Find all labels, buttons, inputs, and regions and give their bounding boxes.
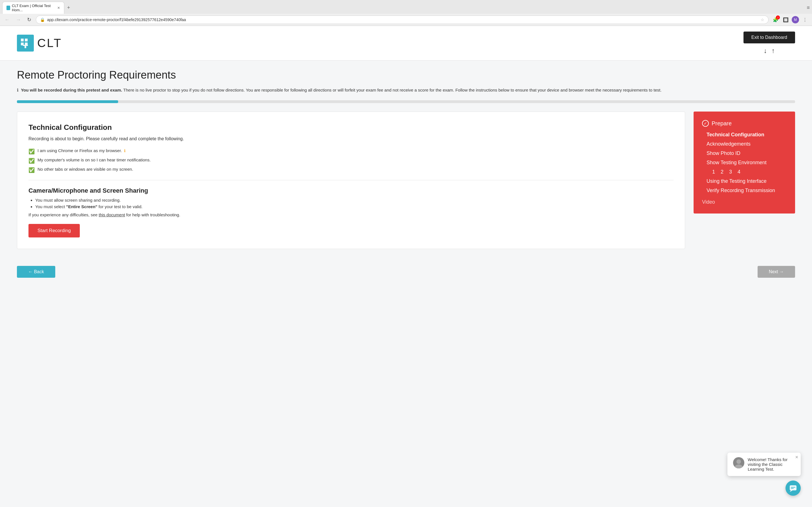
- progress-bar-fill: [17, 100, 118, 103]
- divider: [29, 180, 673, 180]
- camera-section-title: Camera/Microphone and Screen Sharing: [29, 187, 673, 194]
- svg-rect-11: [791, 488, 794, 489]
- extension-badge: 2: [776, 15, 780, 19]
- step-4[interactable]: 4: [738, 169, 741, 175]
- svg-rect-1: [25, 39, 28, 41]
- page-title: Remote Proctoring Requirements: [17, 69, 795, 81]
- bullet-item-2: You must select "Entire Screen" for your…: [35, 204, 673, 209]
- chat-bubble: Welcome! Thanks for visiting the Classic…: [727, 453, 801, 476]
- step-3[interactable]: 3: [729, 169, 732, 175]
- sidebar-sub-steps: 1 2 3 4: [707, 169, 786, 175]
- browser-bar: ← → ↻ 🔒 ☆ 🧩 2 🔲 M ⋮: [0, 14, 812, 25]
- prepare-label: Prepare: [712, 120, 732, 127]
- content-layout: Technical Configuration Recording is abo…: [17, 112, 795, 249]
- browser-chrome: CLT Exam | Official Test Hom... ✕ + ≡ ← …: [0, 0, 812, 26]
- video-area: Video: [702, 199, 786, 205]
- trouble-prefix: If you experience any difficulties, see: [29, 212, 99, 217]
- main-panel: Technical Configuration Recording is abo…: [17, 112, 685, 249]
- trouble-link[interactable]: this document: [99, 212, 125, 217]
- check-icon-1: ✅: [29, 149, 35, 155]
- sidebar-item-acknowledgements[interactable]: Acknowledgements: [707, 141, 786, 147]
- checklist-text-3: No other tabs or windows are visible on …: [38, 167, 133, 172]
- logo-area: CLT: [17, 35, 62, 52]
- new-tab-button[interactable]: +: [64, 3, 73, 12]
- scroll-down-button[interactable]: ↓: [763, 47, 767, 55]
- sidebar: ✓ Prepare Technical Configuration Acknow…: [694, 112, 795, 214]
- warning-regular-text: There is no live proctor to stop you if …: [123, 88, 661, 93]
- warning-box: ℹ You will be recorded during this prete…: [17, 87, 795, 94]
- lock-icon: 🔒: [40, 17, 45, 22]
- browser-tabs: CLT Exam | Official Test Hom... ✕ + ≡: [0, 0, 812, 14]
- svg-point-7: [735, 464, 743, 468]
- chat-welcome-text: Welcome! Thanks for visiting the Classic…: [748, 457, 795, 471]
- chat-close-button[interactable]: ✕: [795, 455, 799, 459]
- prepare-check-icon: ✓: [702, 120, 709, 127]
- svg-rect-10: [791, 487, 795, 488]
- bottom-nav: ← Back Next →: [0, 260, 812, 283]
- clt-logo-icon: [17, 35, 34, 52]
- back-button[interactable]: ←: [3, 16, 11, 24]
- sidebar-prepare: ✓ Prepare: [702, 120, 786, 127]
- bullet-list: You must allow screen sharing and record…: [29, 198, 673, 209]
- svg-rect-5: [24, 46, 26, 48]
- checklist-text-2: My computer's volume is on so I can hear…: [38, 158, 151, 162]
- warning-bold-text: You will be recorded during this pretest…: [21, 88, 122, 93]
- chat-widget: Welcome! Thanks for visiting the Classic…: [785, 481, 801, 496]
- section-subtitle: Recording is about to begin. Please care…: [29, 136, 673, 142]
- step-2[interactable]: 2: [721, 169, 723, 175]
- bullet-item-1: You must allow screen sharing and record…: [35, 198, 673, 203]
- address-bar: 🔒 ☆: [36, 15, 769, 24]
- sidebar-item-verify-recording[interactable]: Verify Recording Transmission: [707, 187, 786, 193]
- svg-rect-8: [790, 485, 797, 490]
- next-nav-button[interactable]: Next →: [758, 266, 795, 278]
- sidebar-item-technical[interactable]: Technical Configuration: [707, 132, 786, 138]
- active-tab[interactable]: CLT Exam | Official Test Hom... ✕: [2, 2, 64, 14]
- checklist-item-2: ✅ My computer's volume is on so I can he…: [29, 158, 673, 164]
- profile-extensions-button[interactable]: 🔲: [781, 15, 790, 24]
- url-input[interactable]: [47, 17, 758, 22]
- section-title: Technical Configuration: [29, 123, 673, 132]
- video-label: Video: [702, 199, 715, 205]
- step-1[interactable]: 1: [712, 169, 715, 175]
- checklist-text-1: I am using Chrome or Firefox as my brows…: [38, 148, 125, 153]
- header-right: Exit to Dashboard ↓ ↑: [744, 32, 795, 55]
- sidebar-item-testing-interface[interactable]: Using the Testing Interface: [707, 178, 786, 184]
- info-badge-1: ℹ: [124, 149, 125, 153]
- svg-marker-9: [790, 490, 793, 492]
- sidebar-items: Technical Configuration Acknowledgements…: [702, 132, 786, 193]
- checklist-item-3: ✅ No other tabs or windows are visible o…: [29, 167, 673, 173]
- sidebar-item-testing-env[interactable]: Show Testing Environment: [707, 160, 786, 166]
- scroll-up-button[interactable]: ↑: [771, 47, 775, 55]
- page-wrapper: CLT Exit to Dashboard ↓ ↑ Remote Proctor…: [0, 26, 812, 507]
- tab-more-button[interactable]: ≡: [807, 5, 810, 11]
- extensions-button[interactable]: 🧩 2: [771, 15, 780, 24]
- start-recording-button[interactable]: Start Recording: [29, 224, 80, 237]
- tab-close-icon[interactable]: ✕: [57, 6, 60, 10]
- warning-icon: ℹ: [17, 88, 18, 93]
- trouble-text: If you experience any difficulties, see …: [29, 212, 673, 217]
- exit-dashboard-button[interactable]: Exit to Dashboard: [744, 32, 795, 43]
- svg-rect-0: [21, 39, 24, 41]
- progress-bar-container: [17, 100, 795, 103]
- profile-avatar-button[interactable]: M: [792, 16, 799, 23]
- tab-favicon: [6, 6, 10, 10]
- checklist: ✅ I am using Chrome or Firefox as my bro…: [29, 148, 673, 173]
- logo-text: CLT: [37, 36, 62, 50]
- browser-actions: 🧩 2 🔲 M ⋮: [771, 15, 809, 24]
- svg-point-6: [737, 459, 741, 464]
- forward-button[interactable]: →: [14, 16, 22, 24]
- more-menu-button[interactable]: ⋮: [801, 15, 809, 24]
- page-header: CLT Exit to Dashboard ↓ ↑: [0, 26, 812, 61]
- chat-avatar: [733, 457, 744, 468]
- sidebar-item-photo-id[interactable]: Show Photo ID: [707, 151, 786, 156]
- check-icon-2: ✅: [29, 158, 35, 164]
- nav-arrows: ↓ ↑: [763, 47, 775, 55]
- trouble-suffix: for help with troubleshooting.: [126, 212, 181, 217]
- checklist-item-1: ✅ I am using Chrome or Firefox as my bro…: [29, 148, 673, 155]
- bookmark-icon[interactable]: ☆: [761, 17, 764, 22]
- tab-title: CLT Exam | Official Test Hom...: [12, 4, 53, 12]
- back-nav-button[interactable]: ← Back: [17, 266, 55, 278]
- refresh-button[interactable]: ↻: [26, 15, 33, 24]
- main-content: Remote Proctoring Requirements ℹ You wil…: [0, 61, 812, 258]
- chat-open-button[interactable]: [785, 481, 801, 496]
